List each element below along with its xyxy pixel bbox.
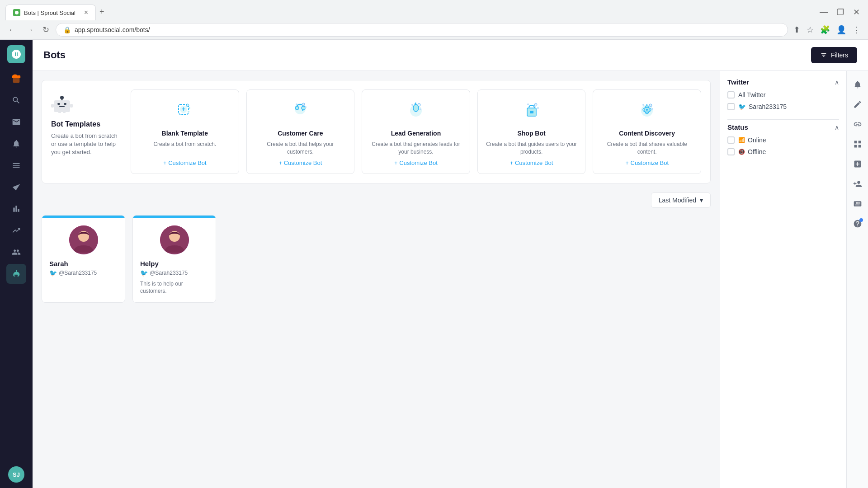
bot-card-helpy[interactable]: Helpy 🐦 @Sarah233175 This is to help our… bbox=[132, 215, 216, 303]
menu-button[interactable]: ⋮ bbox=[851, 23, 863, 37]
svg-point-0 bbox=[15, 11, 19, 14]
content-main: Bot Templates Create a bot from scratch … bbox=[33, 71, 720, 488]
minimize-button[interactable]: — bbox=[817, 6, 830, 18]
status-collapse-chevron[interactable]: ∧ bbox=[835, 124, 839, 131]
close-button[interactable]: ✕ bbox=[850, 6, 863, 18]
all-twitter-checkbox[interactable] bbox=[727, 91, 735, 99]
content-discovery-title: Content Discovery bbox=[619, 130, 675, 137]
lead-gen-title: Lead Generation bbox=[391, 130, 441, 137]
bot-handle-sarah: 🐦 @Sarah233175 bbox=[49, 269, 118, 277]
bot-icon bbox=[51, 93, 73, 115]
far-right-panel bbox=[846, 71, 868, 488]
user-add-panel-icon[interactable] bbox=[849, 176, 866, 192]
forward-button[interactable]: → bbox=[23, 23, 36, 37]
bot-handle-text-helpy: @Sarah233175 bbox=[150, 270, 188, 276]
content-discovery-customize-link[interactable]: + Customize Bot bbox=[625, 160, 669, 166]
profile-button[interactable]: 👤 bbox=[835, 23, 848, 37]
svg-point-35 bbox=[527, 103, 529, 105]
keyboard-panel-icon[interactable] bbox=[849, 196, 866, 212]
address-bar[interactable]: 🔒 app.sproutsocial.com/bots/ bbox=[56, 23, 788, 37]
offline-icon: 📵 bbox=[738, 149, 745, 155]
sarah-twitter-filter: 🐦 Sarah233175 bbox=[727, 103, 839, 110]
sidebar-item-campaigns[interactable] bbox=[6, 177, 26, 197]
customer-care-icon bbox=[287, 97, 314, 124]
grid-panel-icon[interactable] bbox=[849, 136, 866, 152]
sidebar-item-inbox[interactable] bbox=[6, 112, 26, 132]
add-panel-icon[interactable] bbox=[849, 156, 866, 172]
twitter-collapse-chevron[interactable]: ∧ bbox=[835, 79, 839, 86]
bot-avatar-sarah bbox=[69, 225, 98, 254]
svg-rect-3 bbox=[64, 103, 66, 105]
back-button[interactable]: ← bbox=[5, 23, 19, 37]
shop-bot-customize-link[interactable]: + Customize Bot bbox=[510, 160, 553, 166]
sort-button[interactable]: Last Modified ▾ bbox=[651, 192, 711, 208]
all-twitter-filter: All Twitter bbox=[727, 91, 839, 99]
help-panel-icon[interactable] bbox=[849, 216, 866, 232]
lead-gen-customize-link[interactable]: + Customize Bot bbox=[394, 160, 438, 166]
sarah-twitter-checkbox[interactable] bbox=[727, 103, 735, 110]
sprout-logo[interactable] bbox=[7, 45, 25, 63]
sidebar-item-analytics[interactable] bbox=[6, 221, 26, 240]
sidebar-item-bots[interactable] bbox=[6, 264, 26, 284]
bot-card-sarah[interactable]: Sarah 🐦 @Sarah233175 bbox=[42, 215, 125, 303]
extensions-button[interactable]: 🧩 bbox=[818, 23, 832, 37]
sort-label: Last Modified bbox=[659, 197, 696, 204]
share-button[interactable]: ⬆ bbox=[792, 23, 802, 37]
notifications-panel-icon[interactable] bbox=[849, 76, 866, 93]
templates-title: Bot Templates bbox=[51, 120, 123, 128]
sarah-avatar-image bbox=[69, 225, 98, 254]
svg-rect-2 bbox=[57, 103, 60, 105]
bookmark-button[interactable]: ☆ bbox=[805, 23, 816, 37]
sidebar-item-reports[interactable] bbox=[6, 199, 26, 219]
svg-point-14 bbox=[186, 104, 189, 107]
sidebar: SJ bbox=[0, 40, 33, 488]
online-status-label: 📶 Online bbox=[738, 136, 766, 144]
svg-point-15 bbox=[189, 107, 190, 109]
twitter-icon-sarah: 🐦 bbox=[49, 269, 57, 277]
svg-point-21 bbox=[302, 103, 305, 106]
svg-rect-32 bbox=[530, 111, 533, 113]
svg-rect-4 bbox=[59, 106, 65, 107]
svg-point-19 bbox=[302, 106, 305, 110]
all-twitter-label: All Twitter bbox=[738, 91, 765, 99]
twitter-icon-helpy: 🐦 bbox=[140, 269, 148, 277]
svg-rect-8 bbox=[70, 104, 73, 108]
bot-handle-text-sarah: @Sarah233175 bbox=[59, 270, 97, 276]
user-avatar[interactable]: SJ bbox=[8, 466, 24, 483]
template-card-shop-bot: Shop Bot Create a bot that guides users … bbox=[477, 89, 586, 174]
svg-point-23 bbox=[296, 103, 297, 105]
customer-care-desc: Create a bot that helps your customers. bbox=[254, 141, 347, 156]
offline-status-checkbox[interactable] bbox=[727, 148, 735, 155]
template-intro: Bot Templates Create a bot from scratch … bbox=[51, 89, 123, 174]
sidebar-item-feeds[interactable] bbox=[6, 69, 26, 89]
templates-desc: Create a bot from scratch or use a templ… bbox=[51, 132, 123, 157]
blank-template-desc: Create a bot from scratch. bbox=[153, 141, 216, 156]
window-controls: — ❐ ✕ bbox=[817, 6, 863, 18]
customer-care-customize-link[interactable]: + Customize Bot bbox=[279, 160, 322, 166]
svg-point-34 bbox=[537, 107, 539, 109]
bot-handle-helpy: 🐦 @Sarah233175 bbox=[140, 269, 208, 277]
shop-bot-desc: Create a bot that guides users to your p… bbox=[485, 141, 578, 156]
right-panel: Twitter ∧ All Twitter 🐦 Sarah233175 bbox=[720, 71, 846, 488]
sidebar-item-publishing[interactable] bbox=[6, 155, 26, 175]
sidebar-item-listening[interactable] bbox=[6, 242, 26, 262]
browser-toolbar: ← → ↻ 🔒 app.sproutsocial.com/bots/ ⬆ ☆ 🧩… bbox=[0, 20, 868, 39]
reload-button[interactable]: ↻ bbox=[40, 23, 52, 37]
status-section-title: Status bbox=[727, 123, 748, 131]
blank-customize-link[interactable]: + Customize Bot bbox=[163, 160, 207, 166]
svg-rect-7 bbox=[51, 104, 54, 108]
lock-icon: 🔒 bbox=[63, 26, 71, 33]
panel-divider bbox=[727, 119, 839, 120]
link-panel-icon[interactable] bbox=[849, 116, 866, 132]
online-status-checkbox[interactable] bbox=[727, 136, 735, 144]
new-tab-button[interactable]: + bbox=[96, 4, 108, 20]
compose-panel-icon[interactable] bbox=[849, 96, 866, 113]
templates-card: Bot Templates Create a bot from scratch … bbox=[42, 80, 711, 183]
sidebar-item-search[interactable] bbox=[6, 90, 26, 110]
tab-close-button[interactable]: × bbox=[84, 9, 88, 17]
bot-name-sarah: Sarah bbox=[49, 260, 118, 267]
maximize-button[interactable]: ❐ bbox=[834, 6, 847, 18]
sidebar-item-notifications[interactable] bbox=[6, 134, 26, 154]
filters-button[interactable]: Filters bbox=[811, 47, 857, 63]
active-tab[interactable]: Bots | Sprout Social × bbox=[5, 5, 96, 20]
